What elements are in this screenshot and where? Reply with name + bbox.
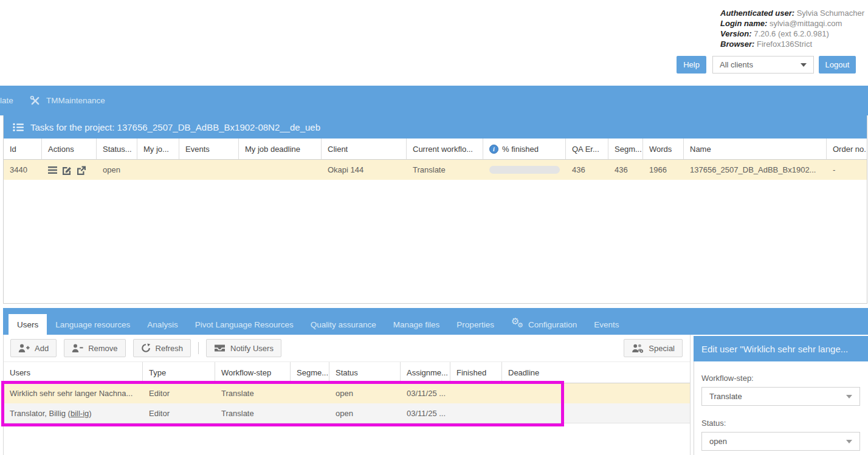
users-toolbar: Add Remove Refresh <box>4 335 690 361</box>
user-status-cell: open <box>329 403 401 423</box>
task-status-cell: open <box>97 160 137 180</box>
users-group-gear-icon <box>632 344 644 353</box>
notify-mail-icon <box>214 344 226 352</box>
remove-user-button[interactable]: Remove <box>64 339 125 357</box>
special-button[interactable]: Special <box>624 339 683 357</box>
user-assignment-cell: 03/11/25 ... <box>401 383 450 403</box>
column-header-finished[interactable]: Finished <box>450 362 502 383</box>
session-browser-line: Browser: Firefox136Strict <box>720 39 864 49</box>
column-header-workflow-step[interactable]: Workflow-step <box>215 362 291 383</box>
main-menu-bar: late TMMaintenance <box>0 86 868 115</box>
column-header-my-job[interactable]: My jo... <box>137 139 179 159</box>
user-status-cell: open <box>329 383 401 403</box>
user-row[interactable]: Translator, Billig (bill-ig) Editor Tran… <box>4 403 690 423</box>
tasks-panel-title: Tasks for the project: 137656_2507_DB_Ad… <box>30 122 320 132</box>
task-my-job-deadline-cell <box>239 160 322 180</box>
login-name-value: sylvia@mittagqi.com <box>770 19 842 28</box>
user-name-cell: Translator, Billig (bill-ig) <box>4 403 143 423</box>
user-workflow-step-cell: Translate <box>215 383 291 403</box>
column-header-assignment[interactable]: Assignme... <box>401 362 450 383</box>
column-header-words[interactable]: Words <box>643 139 684 159</box>
column-header-id[interactable]: Id <box>4 139 42 159</box>
column-header-segment-range[interactable]: Segme... <box>291 362 329 383</box>
status-value: open <box>709 437 727 446</box>
session-login-line: Login name: sylvia@mittagqi.com <box>720 18 864 29</box>
column-header-actions[interactable]: Actions <box>42 139 97 159</box>
column-header-qa-errors[interactable]: QA Er... <box>566 139 608 159</box>
user-login-link[interactable]: bill-ig <box>71 409 89 418</box>
column-header-user-status[interactable]: Status <box>329 362 401 383</box>
tab-configuration[interactable]: ⚙⚙ Configuration <box>503 314 585 335</box>
user-finished-cell <box>450 383 502 403</box>
login-name-label: Login name: <box>720 19 767 28</box>
tab-events[interactable]: Events <box>585 314 627 335</box>
edit-user-panel-title: Edit user "Wirklich sehr sehr lange... <box>694 336 868 361</box>
task-actions-cell <box>42 160 97 180</box>
task-segments-cell: 436 <box>608 160 643 180</box>
app-root: Authenticated user: Sylvia Schumacher Lo… <box>0 0 868 455</box>
user-deadline-cell <box>502 403 690 423</box>
column-header-type[interactable]: Type <box>143 362 215 383</box>
task-name-cell: 137656_2507_DB_AdBB_Bx1902... <box>684 160 827 180</box>
column-header-client[interactable]: Client <box>322 139 407 159</box>
refresh-button[interactable]: Refresh <box>133 339 191 357</box>
detail-tab-bar: Users Language resources Analysis Pivot … <box>3 308 868 335</box>
browser-label: Browser: <box>720 39 754 49</box>
task-qa-errors-cell: 436 <box>566 160 608 180</box>
column-header-percent-finished[interactable]: i % finished <box>483 139 566 159</box>
user-add-icon <box>18 344 30 353</box>
task-id-cell: 3440 <box>4 160 42 180</box>
finished-progress-bar <box>489 166 560 174</box>
column-header-name[interactable]: Name <box>684 139 827 159</box>
tab-language-resources[interactable]: Language resources <box>47 314 139 335</box>
tab-analysis[interactable]: Analysis <box>139 314 186 335</box>
column-header-status[interactable]: Status... <box>97 139 137 159</box>
session-auth-line: Authenticated user: Sylvia Schumacher <box>720 8 864 18</box>
task-words-cell: 1966 <box>643 160 684 180</box>
column-header-users[interactable]: Users <box>4 362 143 383</box>
tab-quality-assurance[interactable]: Quality assurance <box>302 314 385 335</box>
task-open-external-icon[interactable] <box>76 165 86 175</box>
notify-users-button[interactable]: Notify Users <box>206 339 281 357</box>
client-filter-combo[interactable]: All clients <box>712 56 814 74</box>
user-finished-cell <box>450 403 502 423</box>
user-segment-range-cell <box>291 383 329 403</box>
version-label: Version: <box>720 29 752 38</box>
task-menu-icon[interactable] <box>48 166 57 174</box>
workflow-step-label: Workflow-step: <box>701 374 754 383</box>
user-segment-range-cell <box>291 403 329 423</box>
task-percent-finished-cell <box>483 160 566 180</box>
add-user-button[interactable]: Add <box>10 339 57 357</box>
browser-value: Firefox136Strict <box>757 39 812 49</box>
column-header-current-workflow[interactable]: Current workflo... <box>407 139 483 159</box>
gears-icon: ⚙⚙ <box>511 318 525 330</box>
client-filter-value: All clients <box>720 60 753 69</box>
column-header-deadline[interactable]: Deadline <box>502 362 690 383</box>
menu-item-tmmaintenance-label: TMMaintenance <box>46 96 105 105</box>
task-edit-icon[interactable] <box>61 165 72 175</box>
task-current-workflow-cell: Translate <box>407 160 483 180</box>
task-row[interactable]: 3440 open Okapi 144 Translate 4 <box>4 160 867 180</box>
tasks-grid-empty-area <box>4 180 867 303</box>
user-type-cell: Editor <box>143 383 215 403</box>
tab-manage-files[interactable]: Manage files <box>385 314 449 335</box>
tools-icon <box>29 95 41 107</box>
tab-properties[interactable]: Properties <box>448 314 503 335</box>
tab-pivot-language-resources[interactable]: Pivot Language Resources <box>187 314 302 335</box>
user-workflow-step-cell: Translate <box>215 403 291 423</box>
chevron-down-icon <box>846 440 852 443</box>
help-button[interactable]: Help <box>677 56 706 74</box>
column-header-events[interactable]: Events <box>179 139 239 159</box>
tab-users[interactable]: Users <box>9 314 47 335</box>
toolbar-separator <box>198 342 199 354</box>
column-header-order-no[interactable]: Order no. <box>827 139 867 159</box>
menu-item-truncated[interactable]: late <box>0 86 13 115</box>
user-row-selected[interactable]: Wirklich sehr sehr langer Nachna... Edit… <box>4 383 690 403</box>
column-header-my-job-deadline[interactable]: My job deadline <box>239 139 322 159</box>
logout-button[interactable]: Logout <box>819 56 856 74</box>
column-header-segments[interactable]: Segm... <box>608 139 643 159</box>
menu-item-tmmaintenance[interactable]: TMMaintenance <box>29 86 105 115</box>
workflow-step-combo[interactable]: Translate <box>701 387 860 406</box>
user-assignment-cell: 03/11/25 ... <box>401 403 450 423</box>
status-combo[interactable]: open <box>701 432 860 451</box>
